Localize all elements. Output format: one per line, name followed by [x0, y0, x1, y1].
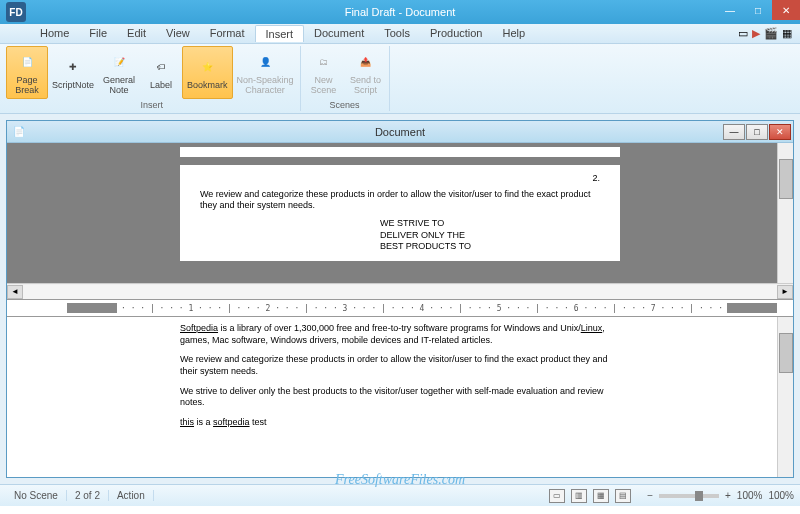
- vertical-scrollbar-top[interactable]: [777, 143, 793, 283]
- menu-edit[interactable]: Edit: [117, 25, 156, 42]
- workspace: 📄 Document — □ ✕ 2. We review and catego…: [0, 114, 800, 484]
- ribbon-non-speaking-character: 👤Non-Speaking Character: [233, 46, 298, 99]
- top-pane[interactable]: 2. We review and categorize these produc…: [7, 143, 793, 283]
- menu-tools[interactable]: Tools: [374, 25, 420, 42]
- ribbon-group-label: Insert: [6, 99, 298, 111]
- page-number: 2.: [200, 173, 600, 185]
- ribbon-label: General Note: [103, 76, 135, 96]
- horizontal-scrollbar[interactable]: ◄ ►: [7, 283, 793, 299]
- ribbon: 📄Page Break✚ScriptNote📝General Note🏷Labe…: [0, 44, 800, 114]
- menu-view[interactable]: View: [156, 25, 200, 42]
- scriptnote-icon: ✚: [61, 55, 85, 79]
- titlebar: FD Final Draft - Document — □ ✕: [0, 0, 800, 24]
- notebook-icon[interactable]: ▭: [738, 27, 748, 40]
- send-icon: 📤: [354, 50, 378, 74]
- minimize-button[interactable]: —: [716, 0, 744, 20]
- ribbon-label: Non-Speaking Character: [237, 76, 294, 96]
- view-cards-button[interactable]: ▤: [615, 489, 631, 503]
- ruler[interactable]: · · · | · · · 1 · · · | · · · 2 · · · | …: [7, 299, 793, 317]
- clapper-icon[interactable]: 🎬: [764, 27, 778, 40]
- document-titlebar: 📄 Document — □ ✕: [7, 121, 793, 143]
- new-icon: 🗂: [312, 50, 336, 74]
- page-text-view[interactable]: Softpedia is a library of over 1,300,000…: [180, 323, 620, 429]
- body-text: We review and categorize these products …: [200, 189, 600, 212]
- menu-home[interactable]: Home: [30, 25, 79, 42]
- menu-format[interactable]: Format: [200, 25, 255, 42]
- zoom-in-button[interactable]: +: [725, 490, 731, 501]
- app-icon: FD: [6, 2, 26, 22]
- doc-icon: 📄: [13, 126, 25, 137]
- ribbon-bookmark[interactable]: ⭐Bookmark: [182, 46, 233, 99]
- general-icon: 📝: [107, 50, 131, 74]
- window-controls: — □ ✕: [716, 0, 800, 20]
- doc-maximize-button[interactable]: □: [746, 124, 768, 140]
- document-title: Document: [375, 126, 425, 138]
- status-element: Action: [109, 490, 154, 501]
- ribbon-label: New Scene: [311, 76, 337, 96]
- ribbon-send-to-script: 📤Send to Script: [345, 46, 387, 99]
- status-page: 2 of 2: [67, 490, 109, 501]
- status-scene: No Scene: [6, 490, 67, 501]
- ribbon-group-scenes: 🗂New Scene📤Send to ScriptScenes: [301, 46, 390, 111]
- statusbar: No Scene 2 of 2 Action ▭ ▥ ▦ ▤ − + 100% …: [0, 484, 800, 506]
- zoom-out-button[interactable]: −: [647, 490, 653, 501]
- ribbon-label: ScriptNote: [52, 81, 94, 91]
- page-view[interactable]: 2. We review and categorize these produc…: [180, 165, 620, 261]
- view-page-button[interactable]: ▥: [571, 489, 587, 503]
- menu-file[interactable]: File: [79, 25, 117, 42]
- maximize-button[interactable]: □: [744, 0, 772, 20]
- ribbon-scriptnote[interactable]: ✚ScriptNote: [48, 46, 98, 99]
- bottom-pane[interactable]: Softpedia is a library of over 1,300,000…: [7, 317, 793, 477]
- doc-close-button[interactable]: ✕: [769, 124, 791, 140]
- ribbon-general-note[interactable]: 📝General Note: [98, 46, 140, 99]
- bookmark-icon: ⭐: [195, 55, 219, 79]
- zoom-slider[interactable]: [659, 494, 719, 498]
- ribbon-label: Label: [150, 81, 172, 91]
- close-button[interactable]: ✕: [772, 0, 800, 20]
- menu-production[interactable]: Production: [420, 25, 493, 42]
- ribbon-label: Send to Script: [350, 76, 381, 96]
- ribbon-new-scene: 🗂New Scene: [303, 46, 345, 99]
- play-icon[interactable]: ▶: [752, 27, 760, 40]
- document-body: 2. We review and categorize these produc…: [7, 143, 793, 477]
- ribbon-label[interactable]: 🏷Label: [140, 46, 182, 99]
- menu-document[interactable]: Document: [304, 25, 374, 42]
- cards-icon[interactable]: ▦: [782, 27, 792, 40]
- menu-insert[interactable]: Insert: [255, 25, 305, 42]
- scroll-left-arrow[interactable]: ◄: [7, 285, 23, 299]
- view-grid-button[interactable]: ▦: [593, 489, 609, 503]
- ribbon-page-break[interactable]: 📄Page Break: [6, 46, 48, 99]
- view-normal-button[interactable]: ▭: [549, 489, 565, 503]
- zoom-value-2: 100%: [768, 490, 794, 501]
- ribbon-label: Bookmark: [187, 81, 228, 91]
- ribbon-group-insert: 📄Page Break✚ScriptNote📝General Note🏷Labe…: [4, 46, 301, 111]
- document-window: 📄 Document — □ ✕ 2. We review and catego…: [6, 120, 794, 478]
- label-icon: 🏷: [149, 55, 173, 79]
- menubar: HomeFileEditViewFormatInsertDocumentTool…: [0, 24, 800, 44]
- app-title: Final Draft - Document: [345, 6, 456, 18]
- vertical-scrollbar-bottom[interactable]: [777, 317, 793, 477]
- ribbon-group-label: Scenes: [303, 99, 387, 111]
- non-speaking-icon: 👤: [253, 50, 277, 74]
- page-icon: 📄: [15, 50, 39, 74]
- menu-help[interactable]: Help: [492, 25, 535, 42]
- doc-minimize-button[interactable]: —: [723, 124, 745, 140]
- menubar-right-icons: ▭ ▶ 🎬 ▦: [738, 27, 800, 40]
- ribbon-label: Page Break: [15, 76, 39, 96]
- zoom-value: 100%: [737, 490, 763, 501]
- centered-block: WE STRIVE TO DELIVER ONLY THE BEST PRODU…: [380, 218, 600, 253]
- scroll-right-arrow[interactable]: ►: [777, 285, 793, 299]
